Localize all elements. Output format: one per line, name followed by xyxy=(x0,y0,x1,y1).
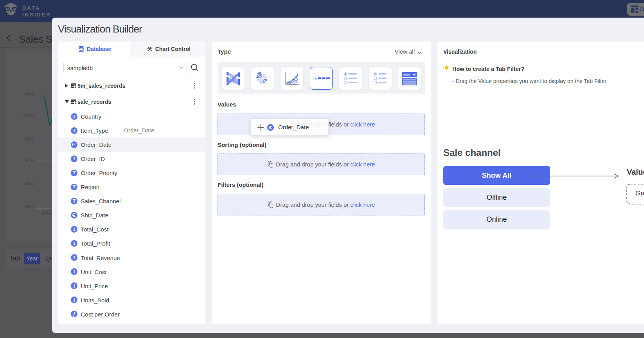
svg-text:Tab: Tab xyxy=(313,77,318,80)
